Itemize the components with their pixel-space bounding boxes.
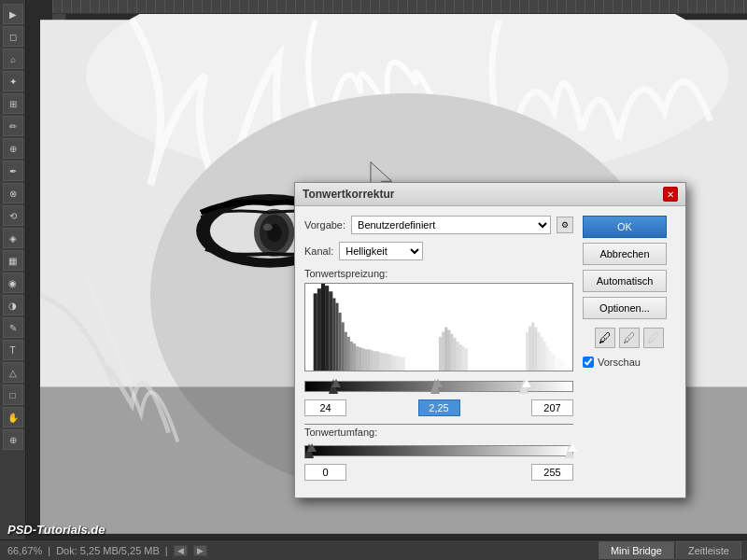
svg-rect-29 xyxy=(350,342,353,371)
svg-rect-54 xyxy=(457,342,459,371)
svg-rect-37 xyxy=(374,351,376,371)
shadow-value-input[interactable] xyxy=(304,399,346,416)
svg-rect-55 xyxy=(459,344,462,371)
output-highlight-input[interactable] xyxy=(531,464,573,481)
nav-next[interactable]: ▶ xyxy=(193,545,207,556)
tool-brush[interactable]: ✒ xyxy=(3,161,23,181)
svg-rect-18 xyxy=(314,293,317,371)
svg-rect-30 xyxy=(353,343,356,371)
white-eyedropper-btn[interactable]: 🖊 xyxy=(643,328,664,348)
svg-rect-21 xyxy=(325,286,329,371)
vorgabe-row: Vorgabe: Benutzerdefiniert ⚙ xyxy=(304,216,573,234)
svg-rect-26 xyxy=(342,322,345,371)
svg-rect-68 xyxy=(555,357,557,371)
midtone-value-input[interactable] xyxy=(418,399,460,416)
vorgabe-label: Vorgabe: xyxy=(304,219,345,231)
tab-zeitleiste[interactable]: Zeitleiste xyxy=(676,541,741,559)
tool-lasso[interactable]: ⌕ xyxy=(3,49,23,69)
svg-rect-27 xyxy=(345,332,347,371)
ok-button[interactable]: OK xyxy=(583,216,667,238)
options-button[interactable]: Optionen... xyxy=(583,297,667,319)
black-eyedropper-btn[interactable]: 🖊 xyxy=(595,328,615,348)
svg-marker-74 xyxy=(304,443,314,458)
tool-path[interactable]: △ xyxy=(3,362,23,383)
svg-rect-43 xyxy=(390,355,393,371)
svg-rect-23 xyxy=(332,299,335,371)
svg-rect-52 xyxy=(450,334,453,371)
svg-rect-67 xyxy=(552,354,555,371)
svg-rect-47 xyxy=(402,357,405,371)
vorschau-label: Vorschau xyxy=(598,357,641,368)
tool-heal[interactable]: ⊕ xyxy=(3,138,23,159)
tab-mini-bridge[interactable]: Mini Bridge xyxy=(599,541,674,559)
dialog-titlebar[interactable]: Tonwertkorrektur ✕ xyxy=(295,183,685,206)
svg-rect-35 xyxy=(368,349,371,371)
tool-dodge[interactable]: ◑ xyxy=(3,295,23,315)
nav-prev[interactable]: ◀ xyxy=(174,545,188,556)
close-button[interactable]: ✕ xyxy=(663,187,678,202)
shadow-handle[interactable] xyxy=(329,379,338,396)
tool-history[interactable]: ⟲ xyxy=(3,205,23,226)
tool-hand[interactable]: ✋ xyxy=(3,407,23,427)
svg-rect-32 xyxy=(359,347,361,371)
tool-eraser[interactable]: ◈ xyxy=(3,228,23,248)
svg-rect-28 xyxy=(347,337,350,371)
svg-rect-62 xyxy=(537,332,540,371)
tool-text[interactable]: T xyxy=(3,340,23,360)
svg-rect-60 xyxy=(531,322,534,371)
svg-rect-63 xyxy=(541,337,543,371)
highlight-value-input[interactable] xyxy=(531,399,573,416)
kanal-row: Kanal: Helligkeit xyxy=(304,242,573,260)
output-shadow-handle[interactable] xyxy=(304,443,314,460)
svg-rect-58 xyxy=(526,332,529,371)
vorgabe-settings-icon[interactable]: ⚙ xyxy=(557,217,573,233)
svg-marker-75 xyxy=(565,443,574,458)
input-values-row xyxy=(304,399,573,416)
svg-rect-42 xyxy=(388,354,390,371)
svg-rect-33 xyxy=(361,348,364,371)
svg-rect-56 xyxy=(462,346,465,371)
kanal-label: Kanal: xyxy=(304,245,333,257)
output-highlight-handle[interactable] xyxy=(565,443,574,460)
svg-rect-19 xyxy=(317,288,321,371)
svg-rect-51 xyxy=(447,330,450,371)
dialog-title: Tonwertkorrektur xyxy=(303,188,394,201)
tool-clone[interactable]: ⊗ xyxy=(3,183,23,203)
dialog-left-panel: Vorgabe: Benutzerdefiniert ⚙ Kanal: Hell… xyxy=(304,216,573,488)
tool-gradient[interactable]: ▦ xyxy=(3,250,23,271)
svg-rect-22 xyxy=(329,291,332,371)
tool-select[interactable]: ◻ xyxy=(3,26,23,47)
tool-shape[interactable]: □ xyxy=(3,385,23,405)
tool-eyedropper[interactable]: ✏ xyxy=(3,116,23,136)
svg-rect-49 xyxy=(442,332,444,371)
svg-rect-34 xyxy=(364,349,367,371)
separator: | xyxy=(48,545,50,556)
svg-rect-70 xyxy=(560,361,564,371)
tool-zoom[interactable]: ⊕ xyxy=(3,429,23,450)
tonwertkorrektur-dialog: Tonwertkorrektur ✕ Vorgabe: Benutzerdefi… xyxy=(294,182,686,498)
kanal-select[interactable]: Helligkeit xyxy=(339,242,423,260)
svg-rect-53 xyxy=(454,338,457,371)
gray-eyedropper-btn[interactable]: 🖊 xyxy=(619,328,640,348)
svg-rect-44 xyxy=(393,357,396,371)
eyedropper-row: 🖊 🖊 🖊 xyxy=(583,328,676,348)
vorschau-checkbox[interactable] xyxy=(583,357,594,368)
output-slider-track[interactable] xyxy=(304,445,573,456)
cancel-button[interactable]: Abbrechen xyxy=(583,243,667,265)
tool-magic[interactable]: ✦ xyxy=(3,71,23,91)
dialog-content: Vorgabe: Benutzerdefiniert ⚙ Kanal: Hell… xyxy=(295,206,685,497)
output-shadow-input[interactable] xyxy=(304,464,346,481)
auto-button[interactable]: Automatisch xyxy=(583,270,667,292)
vorgabe-select[interactable]: Benutzerdefiniert xyxy=(351,216,551,234)
highlight-handle[interactable] xyxy=(519,379,529,396)
tool-blur[interactable]: ◉ xyxy=(3,273,23,293)
tool-pen[interactable]: ✎ xyxy=(3,317,23,338)
midtone-handle[interactable] xyxy=(430,379,440,396)
tool-move[interactable]: ▶ xyxy=(3,4,23,24)
tonwertumfang-label: Tonwertumfang: xyxy=(304,427,573,438)
svg-rect-59 xyxy=(529,326,531,371)
bottom-tabs: 66,67% | Dok: 5,25 MB/5,25 MB | ◀ ▶ Mini… xyxy=(0,539,747,560)
svg-rect-25 xyxy=(339,313,342,371)
tool-crop[interactable]: ⊞ xyxy=(3,93,23,114)
svg-rect-61 xyxy=(534,328,537,371)
